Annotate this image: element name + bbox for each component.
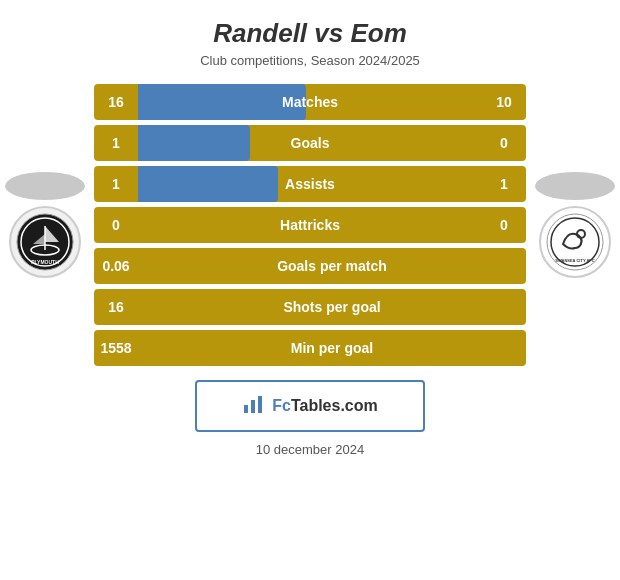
stat-label: Goals — [138, 135, 482, 151]
stat-row: 0Hattricks0 — [94, 207, 526, 243]
brand-logo[interactable]: FcTables.com — [195, 380, 425, 432]
swansea-svg: SWANSEA CITY AFC — [545, 212, 605, 272]
swansea-badge: SWANSEA CITY AFC — [539, 206, 611, 278]
stat-left-value: 16 — [94, 94, 138, 110]
plymouth-svg: PLYMOUTH — [15, 212, 75, 272]
stat-right-value: 0 — [482, 217, 526, 233]
stat-left-value: 1558 — [94, 340, 138, 356]
brand-fc: Fc — [272, 397, 291, 414]
stat-label: Matches — [138, 94, 482, 110]
stat-row: 1Assists1 — [94, 166, 526, 202]
page-title: Randell vs Eom — [0, 18, 620, 49]
left-team-logo: PLYMOUTH — [0, 172, 90, 278]
right-ellipse-decoration — [535, 172, 615, 200]
stat-right-value: 0 — [482, 135, 526, 151]
stat-left-value: 1 — [94, 135, 138, 151]
subtitle: Club competitions, Season 2024/2025 — [0, 53, 620, 68]
stat-label: Shots per goal — [138, 299, 526, 315]
chart-icon — [242, 393, 264, 420]
plymouth-badge: PLYMOUTH — [9, 206, 81, 278]
svg-rect-9 — [244, 405, 248, 413]
stat-left-value: 0.06 — [94, 258, 138, 274]
stat-label: Assists — [138, 176, 482, 192]
stat-left-value: 0 — [94, 217, 138, 233]
brand-tables: Tables.com — [291, 397, 378, 414]
svg-rect-11 — [258, 396, 262, 413]
svg-text:PLYMOUTH: PLYMOUTH — [31, 259, 59, 265]
svg-text:SWANSEA CITY AFC: SWANSEA CITY AFC — [555, 258, 595, 263]
stat-left-value: 16 — [94, 299, 138, 315]
stat-row: 1Goals0 — [94, 125, 526, 161]
stat-label: Goals per match — [138, 258, 526, 274]
header: Randell vs Eom Club competitions, Season… — [0, 0, 620, 74]
stat-row: 16Shots per goal — [94, 289, 526, 325]
main-section: PLYMOUTH 16Matches101Goals01Assists10Hat… — [0, 84, 620, 366]
stat-row: 16Matches10 — [94, 84, 526, 120]
stat-left-value: 1 — [94, 176, 138, 192]
svg-rect-10 — [251, 400, 255, 413]
stat-label: Hattricks — [138, 217, 482, 233]
stat-row: 1558Min per goal — [94, 330, 526, 366]
stat-right-value: 1 — [482, 176, 526, 192]
right-team-logo: SWANSEA CITY AFC — [530, 172, 620, 278]
stat-row: 0.06Goals per match — [94, 248, 526, 284]
footer-date: 10 december 2024 — [256, 442, 364, 457]
stat-right-value: 10 — [482, 94, 526, 110]
bar-chart-icon — [242, 393, 264, 415]
stat-label: Min per goal — [138, 340, 526, 356]
brand-name: FcTables.com — [272, 397, 378, 415]
left-ellipse-decoration — [5, 172, 85, 200]
stats-section: 16Matches101Goals01Assists10Hattricks00.… — [90, 84, 530, 366]
